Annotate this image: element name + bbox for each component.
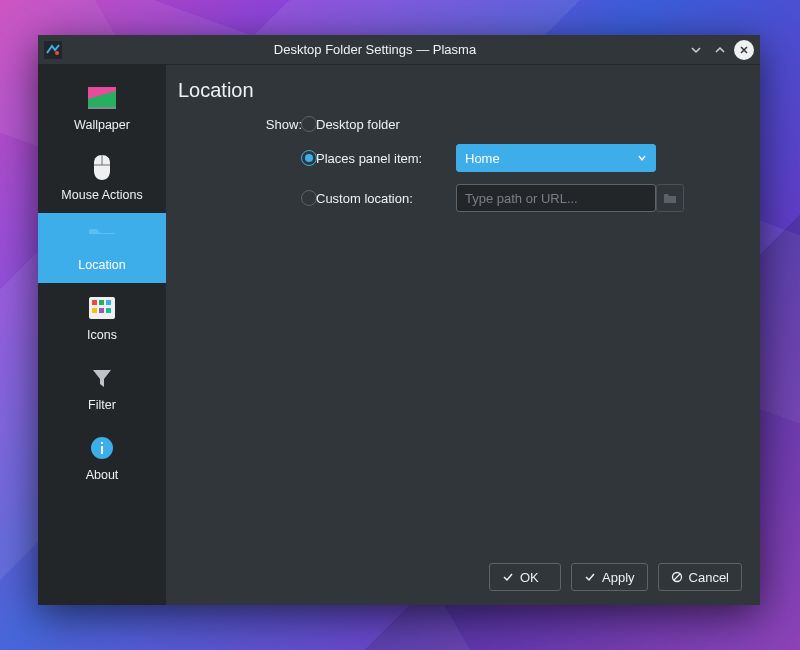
location-form: Show: Desktop folder Places panel item: … xyxy=(178,116,742,212)
svg-rect-13 xyxy=(92,308,97,313)
cancel-icon xyxy=(671,571,683,583)
filter-icon xyxy=(88,364,116,392)
svg-line-21 xyxy=(674,574,680,580)
check-icon xyxy=(584,571,596,583)
cancel-button[interactable]: Cancel xyxy=(658,563,742,591)
sidebar-item-mouse-actions[interactable]: Mouse Actions xyxy=(38,143,166,213)
app-icon xyxy=(44,41,62,59)
sidebar-item-label: Filter xyxy=(88,398,116,412)
sidebar-item-label: Wallpaper xyxy=(74,118,130,132)
svg-rect-18 xyxy=(101,446,103,454)
titlebar: Desktop Folder Settings — Plasma xyxy=(38,35,760,65)
mouse-icon xyxy=(88,154,116,182)
dialog-footer: OK Apply Cancel xyxy=(178,551,742,591)
svg-rect-0 xyxy=(44,41,62,59)
svg-rect-15 xyxy=(106,308,111,313)
sidebar-item-wallpaper[interactable]: Wallpaper xyxy=(38,73,166,143)
sidebar: Wallpaper Mouse Actions Location Icons xyxy=(38,65,166,605)
custom-path-placeholder: Type path or URL... xyxy=(465,191,578,206)
keep-below-button[interactable] xyxy=(686,40,706,60)
svg-rect-5 xyxy=(88,107,116,109)
sidebar-item-label: Location xyxy=(78,258,125,272)
settings-window: Desktop Folder Settings — Plasma Wallpap… xyxy=(38,35,760,605)
apply-button-label: Apply xyxy=(602,570,635,585)
show-label: Show: xyxy=(178,117,302,132)
cancel-button-label: Cancel xyxy=(689,570,729,585)
svg-rect-10 xyxy=(92,300,97,305)
radio-custom-location[interactable] xyxy=(301,190,317,206)
wallpaper-icon xyxy=(88,84,116,112)
window-title: Desktop Folder Settings — Plasma xyxy=(68,42,682,57)
close-button[interactable] xyxy=(734,40,754,60)
ok-button[interactable]: OK xyxy=(489,563,561,591)
sidebar-item-filter[interactable]: Filter xyxy=(38,353,166,423)
info-icon xyxy=(88,434,116,462)
sidebar-item-label: Icons xyxy=(87,328,117,342)
radio-desktop-folder[interactable] xyxy=(301,116,317,132)
radio-places-panel[interactable] xyxy=(301,150,317,166)
places-combo-value: Home xyxy=(465,151,637,166)
svg-rect-8 xyxy=(89,234,115,247)
svg-rect-11 xyxy=(99,300,104,305)
ok-button-label: OK xyxy=(520,570,539,585)
svg-point-1 xyxy=(55,51,59,55)
folder-icon xyxy=(88,224,116,252)
svg-rect-19 xyxy=(101,442,103,444)
sidebar-item-label: Mouse Actions xyxy=(61,188,142,202)
svg-rect-14 xyxy=(99,308,104,313)
option-desktop-folder-label: Desktop folder xyxy=(316,117,688,132)
chevron-down-icon xyxy=(637,153,647,163)
icons-icon xyxy=(88,294,116,322)
option-custom-location-label: Custom location: xyxy=(316,191,456,206)
keep-above-button[interactable] xyxy=(710,40,730,60)
sidebar-item-about[interactable]: About xyxy=(38,423,166,493)
check-icon xyxy=(502,571,514,583)
main-panel: Location Show: Desktop folder Places pan… xyxy=(166,65,760,605)
sidebar-item-label: About xyxy=(86,468,119,482)
svg-rect-12 xyxy=(106,300,111,305)
window-body: Wallpaper Mouse Actions Location Icons xyxy=(38,65,760,605)
apply-button[interactable]: Apply xyxy=(571,563,648,591)
custom-path-input[interactable]: Type path or URL... xyxy=(456,184,656,212)
browse-button[interactable] xyxy=(656,184,684,212)
svg-marker-16 xyxy=(93,370,111,387)
places-combo[interactable]: Home xyxy=(456,144,656,172)
page-title: Location xyxy=(178,79,742,102)
sidebar-item-location[interactable]: Location xyxy=(38,213,166,283)
option-places-panel-label: Places panel item: xyxy=(316,151,456,166)
sidebar-item-icons[interactable]: Icons xyxy=(38,283,166,353)
